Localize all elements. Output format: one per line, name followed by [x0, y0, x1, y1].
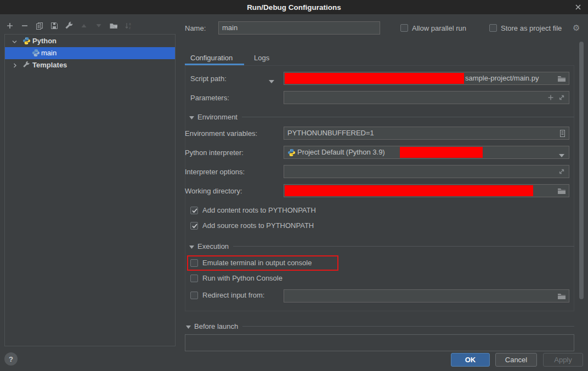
vertical-scrollbar-thumb[interactable]: [579, 42, 584, 299]
add-content-roots-label: Add content roots to PYTHONPATH: [202, 206, 316, 214]
store-as-project-file-label: Store as project file: [501, 24, 562, 32]
add-source-roots-label: Add source roots to PYTHONPATH: [202, 221, 314, 230]
apply-button[interactable]: Apply: [543, 353, 583, 367]
tree-item-label: Templates: [32, 61, 67, 69]
section-divider: [242, 117, 574, 117]
sort-alphabetically-icon[interactable]: az: [124, 21, 133, 30]
script-path-visible-text: sample-project/main.py: [465, 74, 539, 82]
expand-field-icon[interactable]: [558, 168, 566, 177]
environment-variables-input[interactable]: PYTHONUNBUFFERED=1: [284, 127, 569, 140]
folder-icon[interactable]: [557, 75, 566, 84]
save-icon[interactable]: [50, 21, 59, 30]
cancel-button[interactable]: Cancel: [495, 353, 537, 367]
active-tab-underline: [185, 64, 244, 65]
add-source-roots-checkbox[interactable]: [190, 222, 198, 230]
remove-icon[interactable]: [20, 21, 29, 30]
redirect-input-file-input[interactable]: [284, 289, 569, 302]
section-collapse-icon[interactable]: [186, 322, 191, 330]
tree-item-python[interactable]: Python: [5, 35, 175, 47]
move-up-icon[interactable]: [80, 21, 88, 30]
name-label: Name:: [185, 24, 206, 32]
chevron-down-icon[interactable]: [559, 151, 564, 159]
environment-section-header: Environment: [189, 113, 574, 121]
run-with-python-console-label: Run with Python Console: [202, 274, 282, 282]
add-icon[interactable]: [5, 21, 14, 30]
move-down-icon[interactable]: [94, 21, 103, 30]
name-input[interactable]: main: [218, 21, 380, 35]
section-collapse-icon[interactable]: [189, 113, 194, 121]
script-path-label: Script path:: [190, 75, 227, 83]
python-icon: [32, 49, 40, 59]
interpreter-options-input[interactable]: [284, 165, 569, 178]
execution-section-title: Execution: [197, 242, 229, 250]
execution-section-header: Execution: [189, 242, 574, 250]
new-folder-icon[interactable]: [109, 21, 118, 30]
redaction-overlay: [400, 147, 483, 158]
redaction-overlay: [285, 185, 533, 196]
run-debug-configurations-dialog: Run/Debug Configurations az Python main …: [0, 0, 588, 371]
redirect-input-checkbox[interactable]: [190, 292, 198, 299]
python-icon: [287, 149, 296, 158]
folder-icon[interactable]: [557, 292, 566, 301]
add-macro-icon[interactable]: [547, 94, 555, 103]
environment-variables-value: PYTHONUNBUFFERED=1: [287, 129, 374, 137]
before-launch-section-header: Before launch: [186, 322, 574, 330]
section-divider: [233, 246, 574, 247]
parameters-label: Parameters:: [190, 94, 229, 102]
parameters-input[interactable]: [284, 91, 569, 104]
environment-section-title: Environment: [197, 113, 238, 121]
python-icon: [22, 37, 31, 47]
help-button[interactable]: ?: [4, 352, 18, 366]
titlebar: Run/Debug Configurations: [0, 0, 588, 14]
expand-field-icon[interactable]: [558, 94, 566, 103]
configurations-tree: Python main Templates: [4, 34, 176, 346]
allow-parallel-run-label: Allow parallel run: [412, 24, 466, 32]
run-with-python-console-checkbox[interactable]: [190, 275, 198, 282]
folder-icon[interactable]: [557, 187, 566, 196]
redirect-input-label: Redirect input from:: [202, 291, 264, 299]
before-launch-section-title: Before launch: [194, 322, 238, 330]
redaction-overlay: [285, 73, 464, 84]
python-interpreter-label: Python interpreter:: [185, 149, 244, 157]
interpreter-options-label: Interpreter options:: [185, 168, 245, 176]
emulate-terminal-label: Emulate terminal in output console: [202, 259, 312, 267]
chevron-right-icon[interactable]: [12, 62, 18, 70]
environment-variables-label: Environment variables:: [185, 129, 257, 138]
close-icon[interactable]: [572, 0, 585, 14]
tree-toolbar: az: [5, 21, 133, 30]
tab-configuration[interactable]: Configuration: [190, 54, 233, 62]
section-collapse-icon[interactable]: [189, 242, 194, 250]
chevron-down-icon[interactable]: [12, 38, 18, 47]
emulate-terminal-checkbox[interactable]: [190, 259, 198, 267]
tab-logs[interactable]: Logs: [254, 54, 269, 62]
tree-item-main[interactable]: main: [5, 47, 175, 59]
store-as-project-file-checkbox[interactable]: [489, 24, 497, 32]
copy-icon[interactable]: [35, 21, 44, 30]
section-divider: [242, 326, 574, 327]
add-content-roots-checkbox[interactable]: [190, 207, 198, 214]
before-launch-task-list[interactable]: [185, 334, 574, 351]
tree-item-templates[interactable]: Templates: [5, 59, 175, 71]
tree-item-label: Python: [32, 37, 56, 45]
wrench-icon: [22, 61, 30, 70]
svg-text:z: z: [129, 26, 131, 30]
gear-icon[interactable]: ⚙: [573, 24, 580, 32]
allow-parallel-run-checkbox[interactable]: [400, 24, 408, 32]
dialog-title: Run/Debug Configurations: [247, 3, 341, 12]
ok-button[interactable]: OK: [451, 353, 490, 367]
python-interpreter-value: Project Default (Python 3.9): [297, 148, 385, 156]
working-directory-label: Working directory:: [185, 187, 242, 195]
script-path-dropdown-icon[interactable]: [269, 77, 274, 85]
svg-text:a: a: [129, 22, 131, 26]
tree-item-label: main: [41, 49, 56, 57]
browse-variables-icon[interactable]: [558, 129, 566, 139]
edit-templates-icon[interactable]: [65, 21, 74, 30]
